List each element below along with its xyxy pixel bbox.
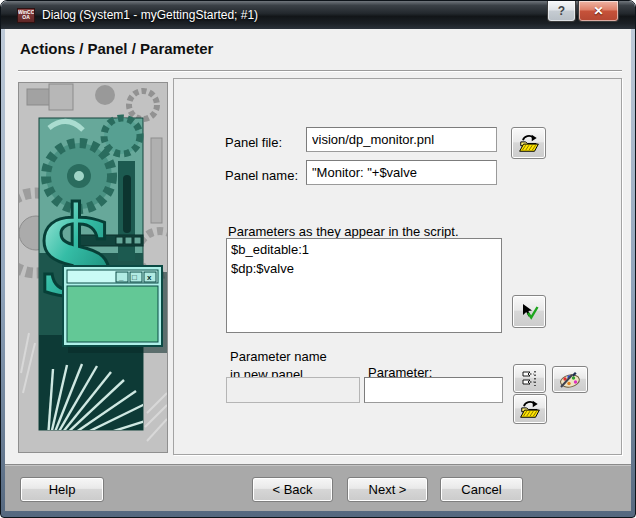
page-title: Actions / Panel / Parameter (20, 40, 213, 57)
mock-maximize-icon: □ (132, 273, 137, 282)
back-button[interactable]: < Back (252, 477, 333, 502)
cursor-check-icon (518, 302, 540, 322)
help-button-label: Help (49, 482, 76, 497)
cancel-button-label: Cancel (461, 482, 501, 497)
color-palette-button[interactable] (552, 366, 588, 393)
cancel-button[interactable]: Cancel (440, 477, 523, 502)
logo-text-bottom: OA (18, 15, 34, 21)
dp-tree-icon (520, 369, 540, 388)
panel-file-input[interactable] (306, 127, 497, 152)
parameters-listbox[interactable]: $b_editable:1 $dp:$valve (226, 238, 502, 333)
title-bar[interactable]: WinCC OA Dialog (System1 - myGettingStar… (1, 1, 635, 29)
panel-name-input[interactable] (306, 160, 497, 185)
panel-file-label: Panel file: (225, 135, 282, 150)
dialog-window: WinCC OA Dialog (System1 - myGettingStar… (0, 0, 636, 518)
back-button-label: < Back (272, 482, 312, 497)
param-name-caption-line1: Parameter name (230, 349, 327, 364)
question-mark-icon: ? (558, 4, 565, 18)
palette-icon (558, 370, 582, 389)
parameter-input[interactable] (364, 377, 503, 403)
open-folder-icon (519, 399, 541, 419)
browse-panel-file-button[interactable] (511, 127, 546, 159)
mock-minimize-icon: _ (118, 273, 124, 282)
open-folder-icon (518, 133, 540, 153)
next-button[interactable]: Next > (347, 477, 428, 502)
apply-parameter-button[interactable] (512, 295, 546, 328)
select-datapoint-button[interactable] (513, 364, 546, 393)
dialog-body: Actions / Panel / Parameter (5, 29, 631, 511)
parameter-list-item[interactable]: $b_editable:1 (231, 240, 497, 259)
header-separator (18, 70, 622, 72)
parameter-list-item[interactable]: $dp:$valve (231, 259, 497, 278)
wincc-oa-logo-icon: WinCC OA (17, 8, 35, 23)
parameters-caption: Parameters as they appear in the script. (228, 224, 459, 239)
browse-parameter-file-button[interactable] (513, 394, 547, 424)
panel-name-label: Panel name: (225, 168, 298, 183)
next-button-label: Next > (369, 482, 407, 497)
param-name-input (226, 377, 360, 403)
window-close-button[interactable]: ✕ (578, 1, 619, 22)
window-title: Dialog (System1 - myGettingStarted; #1) (42, 8, 258, 22)
machinery-collage-image: $ _ □ x (19, 83, 167, 452)
close-icon: ✕ (593, 4, 603, 18)
window-help-button[interactable]: ? (547, 1, 576, 22)
mock-close-icon: x (147, 273, 152, 282)
help-button[interactable]: Help (20, 477, 104, 502)
wizard-artwork: $ _ □ x (18, 82, 168, 453)
